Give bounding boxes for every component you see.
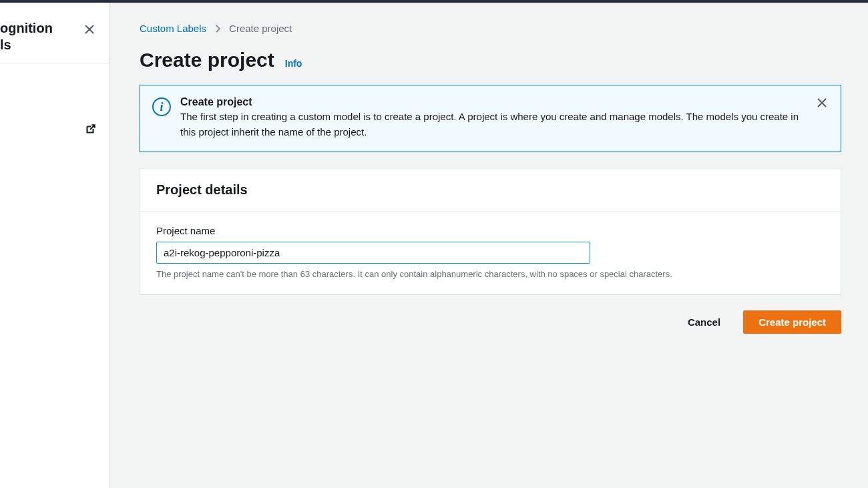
project-name-hint: The project name can't be more than 63 c…	[156, 269, 825, 279]
project-name-label: Project name	[156, 225, 825, 236]
sidebar-close-button[interactable]	[80, 20, 99, 39]
info-banner-title: Create project	[180, 96, 806, 108]
info-banner-body: Create project The first step in creatin…	[180, 96, 829, 140]
sidebar-body	[0, 63, 110, 136]
cancel-button[interactable]: Cancel	[673, 310, 735, 334]
close-icon	[84, 24, 95, 35]
sidebar-title: ognition ls	[0, 20, 53, 53]
breadcrumb-separator	[214, 25, 221, 33]
info-icon: i	[152, 97, 171, 116]
layout-root: ognition ls Custom Labels Create project	[0, 3, 868, 488]
panel-header: Project details	[140, 169, 841, 212]
sidebar-external-link[interactable]	[0, 124, 110, 136]
breadcrumb-root-link[interactable]: Custom Labels	[140, 23, 206, 34]
panel-title: Project details	[156, 182, 825, 198]
external-link-icon	[84, 124, 96, 136]
close-icon	[817, 97, 827, 108]
sidebar-header: ognition ls	[0, 16, 110, 63]
project-details-panel: Project details Project name The project…	[140, 168, 841, 294]
sidebar-title-line1: ognition	[0, 21, 53, 35]
action-row: Cancel Create project	[140, 310, 841, 334]
page-title-row: Create project Info	[140, 49, 841, 71]
breadcrumb: Custom Labels Create project	[140, 23, 841, 34]
breadcrumb-current: Create project	[229, 23, 292, 34]
sidebar: ognition ls	[0, 3, 110, 488]
info-banner: i Create project The first step in creat…	[140, 85, 841, 152]
info-banner-close-button[interactable]	[813, 93, 831, 112]
panel-body: Project name The project name can't be m…	[140, 212, 841, 294]
project-name-input[interactable]	[156, 242, 590, 264]
page-title: Create project	[140, 49, 274, 71]
main-content: Custom Labels Create project Create proj…	[110, 3, 868, 488]
sidebar-title-line2: ls	[0, 37, 11, 52]
info-banner-text: The first step in creating a custom mode…	[180, 109, 806, 140]
create-project-button[interactable]: Create project	[743, 310, 841, 334]
info-link[interactable]: Info	[285, 58, 302, 69]
chevron-right-icon	[214, 25, 221, 33]
